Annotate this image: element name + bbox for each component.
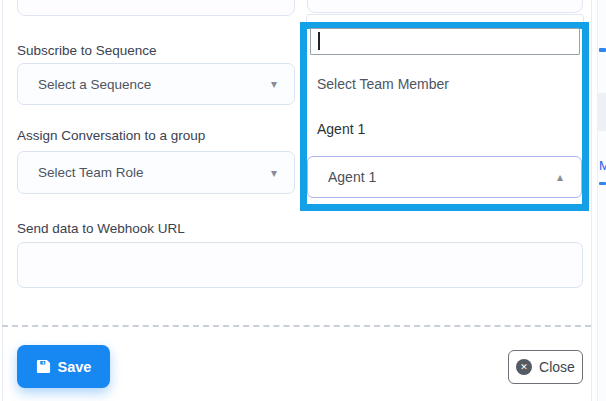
chevron-down-icon: ▾ (271, 78, 277, 90)
save-button-label: Save (58, 359, 92, 375)
truncated-input-right[interactable] (307, 0, 583, 13)
modal-left-border (2, 0, 3, 401)
webhook-url-input[interactable] (17, 242, 583, 288)
team-member-search-input[interactable] (310, 28, 580, 55)
save-icon (36, 359, 51, 374)
team-member-search-wrap (310, 28, 580, 55)
chevron-up-icon: ▴ (557, 171, 563, 183)
background-page-text-fragment: M (599, 158, 606, 176)
chevron-down-icon: ▾ (271, 167, 277, 179)
webhook-url-label: Send data to Webhook URL (17, 221, 185, 236)
sequence-select-value: Select a Sequence (38, 77, 271, 92)
webhook-url-input-wrap (17, 242, 583, 288)
close-button[interactable]: ✕ Close (508, 350, 583, 384)
background-page-strip: M (597, 0, 606, 401)
assign-group-label: Assign Conversation to a group (17, 128, 205, 143)
modal-dialog: M Subscribe to Sequence Select a Sequenc… (0, 0, 606, 401)
team-role-select-value: Select Team Role (38, 165, 271, 180)
background-page-fragment (598, 93, 606, 131)
sequence-select[interactable]: Select a Sequence ▾ (17, 63, 295, 105)
save-button[interactable]: Save (17, 345, 110, 388)
footer-divider (2, 325, 591, 327)
background-page-fragment (599, 182, 606, 185)
team-member-select[interactable]: Agent 1 ▴ (307, 156, 582, 198)
subscribe-sequence-label: Subscribe to Sequence (17, 43, 157, 58)
close-button-label: Close (539, 359, 575, 375)
dropdown-option-select-team-member[interactable]: Select Team Member (317, 76, 572, 92)
team-member-select-value: Agent 1 (328, 169, 557, 185)
dropdown-option-agent-1[interactable]: Agent 1 (317, 121, 572, 137)
background-page-fragment (599, 48, 606, 52)
text-cursor (318, 32, 320, 50)
team-role-select[interactable]: Select Team Role ▾ (17, 151, 295, 194)
truncated-input-left[interactable] (17, 0, 295, 16)
close-x-icon: ✕ (516, 359, 532, 375)
modal-right-border (591, 0, 592, 401)
